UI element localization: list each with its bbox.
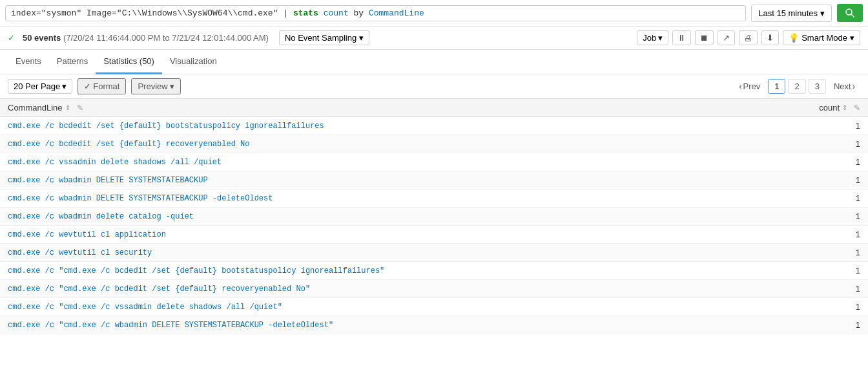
sampling-label: No Event Sampling — [285, 33, 356, 43]
table-row: cmd.exe /c bcdedit /set {default} recove… — [0, 135, 868, 153]
row-command[interactable]: cmd.exe /c wbadmin DELETE SYSTEMSTATEBAC… — [8, 176, 783, 185]
row-command[interactable]: cmd.exe /c "cmd.exe /c wbadmin DELETE SY… — [8, 321, 783, 330]
table-row: cmd.exe /c wbadmin DELETE SYSTEMSTATEBAC… — [0, 171, 868, 189]
row-command[interactable]: cmd.exe /c wevtutil cl application — [8, 230, 783, 239]
row-count: 1 — [783, 139, 860, 149]
format-label: Format — [93, 81, 119, 91]
search-input-wrap[interactable]: index="sysmon" Image="C:\\Windows\\SysWO… — [5, 5, 746, 21]
time-range-label: Last 15 minutes — [758, 8, 818, 18]
lightbulb-icon: 💡 — [789, 33, 799, 43]
events-count: 50 events (7/20/24 11:46:44.000 PM to 7/… — [23, 33, 269, 43]
share-button[interactable]: ↗ — [718, 30, 735, 45]
table-row: cmd.exe /c wevtutil cl application 1 — [0, 226, 868, 244]
page-1-button[interactable]: 1 — [768, 79, 785, 94]
check-icon: ✓ — [84, 81, 91, 91]
search-query-text: index="sysmon" Image="C:\\Windows\\SysWO… — [11, 8, 424, 18]
tabs: Events Patterns Statistics (50) Visualiz… — [0, 50, 868, 74]
time-range-chevron-icon — [820, 8, 825, 18]
print-button[interactable]: 🖨 — [739, 30, 758, 45]
per-page-label: 20 Per Page — [14, 81, 60, 91]
prev-chevron-icon — [739, 81, 741, 91]
row-command[interactable]: cmd.exe /c "cmd.exe /c bcdedit /set {def… — [8, 285, 783, 294]
col-commandline-header: CommandLine ⇕ ✎ — [8, 103, 783, 113]
row-count: 1 — [783, 157, 860, 167]
prev-label: Prev — [743, 81, 760, 91]
pagination: Prev 1 2 3 Next — [734, 79, 860, 94]
table-row: cmd.exe /c bcdedit /set {default} bootst… — [0, 117, 868, 135]
tab-events[interactable]: Events — [8, 50, 49, 74]
row-count: 1 — [783, 193, 860, 203]
tab-patterns[interactable]: Patterns — [49, 50, 96, 74]
row-count: 1 — [783, 266, 860, 275]
row-command[interactable]: cmd.exe /c wbadmin delete catalog -quiet — [8, 212, 783, 221]
page-3-button[interactable]: 3 — [809, 79, 826, 94]
count-edit-icon[interactable]: ✎ — [854, 103, 860, 113]
table-row: cmd.exe /c "cmd.exe /c bcdedit /set {def… — [0, 280, 868, 298]
row-count: 1 — [783, 211, 860, 221]
count-sort-icon[interactable]: ⇕ — [842, 104, 847, 111]
preview-button[interactable]: Preview — [131, 78, 180, 94]
table-row: cmd.exe /c vssadmin delete shadows /all … — [0, 153, 868, 171]
table-row: cmd.exe /c "cmd.exe /c bcdedit /set {def… — [0, 262, 868, 280]
table-row: cmd.exe /c "cmd.exe /c wbadmin DELETE SY… — [0, 316, 868, 334]
table-row: cmd.exe /c wevtutil cl security 1 — [0, 244, 868, 262]
smart-mode-button[interactable]: 💡 Smart Mode — [783, 30, 860, 45]
preview-chevron-icon — [170, 81, 174, 91]
table-row: cmd.exe /c "cmd.exe /c vssadmin delete s… — [0, 298, 868, 316]
format-button[interactable]: ✓ Format — [78, 78, 126, 94]
row-count: 1 — [783, 320, 860, 330]
next-label: Next — [834, 81, 851, 91]
pause-button[interactable]: ⏸ — [672, 30, 691, 45]
table-header: CommandLine ⇕ ✎ count ⇕ ✎ — [0, 99, 868, 117]
page-2-button[interactable]: 2 — [788, 79, 805, 94]
row-count: 1 — [783, 284, 860, 294]
table-body: cmd.exe /c bcdedit /set {default} bootst… — [0, 117, 868, 334]
time-range-button[interactable]: Last 15 minutes — [751, 5, 832, 22]
row-command[interactable]: cmd.exe /c bcdedit /set {default} recove… — [8, 140, 783, 149]
row-count: 1 — [783, 248, 860, 257]
row-command[interactable]: cmd.exe /c "cmd.exe /c vssadmin delete s… — [8, 303, 783, 312]
preview-label: Preview — [138, 81, 167, 91]
row-command[interactable]: cmd.exe /c vssadmin delete shadows /all … — [8, 158, 783, 167]
commandline-edit-icon[interactable]: ✎ — [77, 103, 83, 113]
col-count-header: count ⇕ ✎ — [783, 103, 860, 113]
next-chevron-icon — [852, 81, 855, 91]
events-bar: ✓ 50 events (7/20/24 11:46:44.000 PM to … — [0, 27, 868, 50]
row-count: 1 — [783, 230, 860, 239]
row-command[interactable]: cmd.exe /c bcdedit /set {default} bootst… — [8, 122, 783, 131]
search-button[interactable] — [837, 4, 863, 22]
tab-visualization[interactable]: Visualization — [162, 50, 225, 74]
next-page-button[interactable]: Next — [829, 80, 860, 93]
results-toolbar: 20 Per Page ✓ Format Preview Prev 1 2 3 … — [0, 74, 868, 99]
row-count: 1 — [783, 175, 860, 185]
commandline-col-label: CommandLine — [8, 103, 63, 113]
commandline-sort-icon[interactable]: ⇕ — [65, 104, 70, 111]
events-check: ✓ — [8, 33, 15, 43]
prev-page-button[interactable]: Prev — [734, 80, 765, 93]
job-label: Job — [643, 33, 656, 43]
no-sampling-button[interactable]: No Event Sampling — [279, 30, 369, 45]
stop-button[interactable]: ⏹ — [695, 30, 714, 45]
count-col-label: count — [819, 103, 840, 113]
sampling-chevron-icon — [359, 33, 364, 43]
per-page-button[interactable]: 20 Per Page — [8, 79, 72, 94]
row-command[interactable]: cmd.exe /c wevtutil cl security — [8, 248, 783, 257]
table-row: cmd.exe /c wbadmin delete catalog -quiet… — [0, 208, 868, 226]
smart-mode-chevron-icon — [850, 33, 854, 43]
row-count: 1 — [783, 121, 860, 131]
row-command[interactable]: cmd.exe /c "cmd.exe /c bcdedit /set {def… — [8, 266, 783, 275]
job-button[interactable]: Job — [637, 30, 668, 45]
job-chevron-icon — [658, 33, 663, 43]
row-command[interactable]: cmd.exe /c wbadmin DELETE SYSTEMSTATEBAC… — [8, 194, 783, 203]
search-icon — [845, 8, 855, 18]
tab-statistics[interactable]: Statistics (50) — [96, 50, 162, 74]
per-page-chevron-icon — [62, 81, 67, 91]
row-count: 1 — [783, 302, 860, 312]
toolbar-right: Job ⏸ ⏹ ↗ 🖨 ⬇ 💡 Smart Mode — [637, 30, 860, 45]
export-button[interactable]: ⬇ — [761, 30, 779, 45]
smart-mode-label: Smart Mode — [801, 33, 847, 43]
svg-line-1 — [851, 14, 854, 17]
table-row: cmd.exe /c wbadmin DELETE SYSTEMSTATEBAC… — [0, 189, 868, 208]
search-bar: index="sysmon" Image="C:\\Windows\\SysWO… — [0, 0, 868, 27]
